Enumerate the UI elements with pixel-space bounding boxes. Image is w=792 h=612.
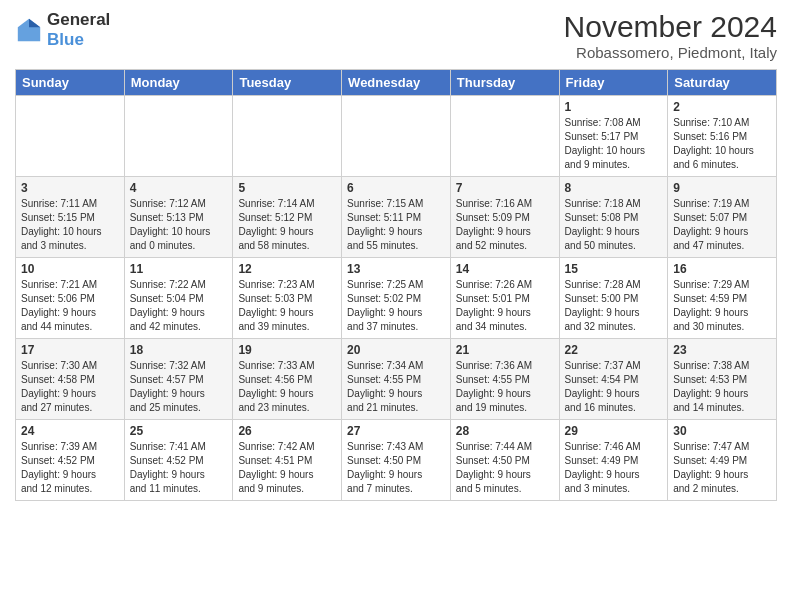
calendar-cell <box>233 96 342 177</box>
day-number: 2 <box>673 100 771 114</box>
week-row-4: 24Sunrise: 7:39 AM Sunset: 4:52 PM Dayli… <box>16 420 777 501</box>
week-row-1: 3Sunrise: 7:11 AM Sunset: 5:15 PM Daylig… <box>16 177 777 258</box>
day-number: 20 <box>347 343 445 357</box>
day-number: 12 <box>238 262 336 276</box>
day-number: 3 <box>21 181 119 195</box>
day-info: Sunrise: 7:33 AM Sunset: 4:56 PM Dayligh… <box>238 359 336 415</box>
day-info: Sunrise: 7:14 AM Sunset: 5:12 PM Dayligh… <box>238 197 336 253</box>
day-info: Sunrise: 7:25 AM Sunset: 5:02 PM Dayligh… <box>347 278 445 334</box>
day-number: 26 <box>238 424 336 438</box>
day-info: Sunrise: 7:22 AM Sunset: 5:04 PM Dayligh… <box>130 278 228 334</box>
column-header-saturday: Saturday <box>668 70 777 96</box>
day-number: 13 <box>347 262 445 276</box>
calendar-cell: 4Sunrise: 7:12 AM Sunset: 5:13 PM Daylig… <box>124 177 233 258</box>
day-number: 28 <box>456 424 554 438</box>
header: General Blue November 2024 Robassomero, … <box>15 10 777 61</box>
calendar-cell: 10Sunrise: 7:21 AM Sunset: 5:06 PM Dayli… <box>16 258 125 339</box>
column-header-friday: Friday <box>559 70 668 96</box>
week-row-3: 17Sunrise: 7:30 AM Sunset: 4:58 PM Dayli… <box>16 339 777 420</box>
day-number: 19 <box>238 343 336 357</box>
day-number: 27 <box>347 424 445 438</box>
day-info: Sunrise: 7:39 AM Sunset: 4:52 PM Dayligh… <box>21 440 119 496</box>
week-row-0: 1Sunrise: 7:08 AM Sunset: 5:17 PM Daylig… <box>16 96 777 177</box>
day-info: Sunrise: 7:46 AM Sunset: 4:49 PM Dayligh… <box>565 440 663 496</box>
day-number: 21 <box>456 343 554 357</box>
calendar-cell: 13Sunrise: 7:25 AM Sunset: 5:02 PM Dayli… <box>342 258 451 339</box>
day-number: 8 <box>565 181 663 195</box>
calendar-cell <box>342 96 451 177</box>
day-number: 1 <box>565 100 663 114</box>
page: General Blue November 2024 Robassomero, … <box>0 0 792 612</box>
day-info: Sunrise: 7:11 AM Sunset: 5:15 PM Dayligh… <box>21 197 119 253</box>
calendar-cell: 22Sunrise: 7:37 AM Sunset: 4:54 PM Dayli… <box>559 339 668 420</box>
day-number: 24 <box>21 424 119 438</box>
day-number: 16 <box>673 262 771 276</box>
calendar-cell: 19Sunrise: 7:33 AM Sunset: 4:56 PM Dayli… <box>233 339 342 420</box>
calendar-cell: 29Sunrise: 7:46 AM Sunset: 4:49 PM Dayli… <box>559 420 668 501</box>
day-info: Sunrise: 7:37 AM Sunset: 4:54 PM Dayligh… <box>565 359 663 415</box>
calendar-cell: 16Sunrise: 7:29 AM Sunset: 4:59 PM Dayli… <box>668 258 777 339</box>
day-info: Sunrise: 7:44 AM Sunset: 4:50 PM Dayligh… <box>456 440 554 496</box>
day-number: 7 <box>456 181 554 195</box>
calendar-cell: 20Sunrise: 7:34 AM Sunset: 4:55 PM Dayli… <box>342 339 451 420</box>
day-info: Sunrise: 7:29 AM Sunset: 4:59 PM Dayligh… <box>673 278 771 334</box>
column-header-thursday: Thursday <box>450 70 559 96</box>
calendar-cell: 2Sunrise: 7:10 AM Sunset: 5:16 PM Daylig… <box>668 96 777 177</box>
calendar-cell: 28Sunrise: 7:44 AM Sunset: 4:50 PM Dayli… <box>450 420 559 501</box>
day-number: 17 <box>21 343 119 357</box>
logo-icon <box>15 16 43 44</box>
calendar-cell: 24Sunrise: 7:39 AM Sunset: 4:52 PM Dayli… <box>16 420 125 501</box>
day-info: Sunrise: 7:19 AM Sunset: 5:07 PM Dayligh… <box>673 197 771 253</box>
day-number: 25 <box>130 424 228 438</box>
logo: General Blue <box>15 10 110 51</box>
day-number: 15 <box>565 262 663 276</box>
calendar-cell: 9Sunrise: 7:19 AM Sunset: 5:07 PM Daylig… <box>668 177 777 258</box>
day-info: Sunrise: 7:42 AM Sunset: 4:51 PM Dayligh… <box>238 440 336 496</box>
day-info: Sunrise: 7:43 AM Sunset: 4:50 PM Dayligh… <box>347 440 445 496</box>
day-info: Sunrise: 7:30 AM Sunset: 4:58 PM Dayligh… <box>21 359 119 415</box>
calendar-cell: 26Sunrise: 7:42 AM Sunset: 4:51 PM Dayli… <box>233 420 342 501</box>
day-number: 11 <box>130 262 228 276</box>
day-info: Sunrise: 7:15 AM Sunset: 5:11 PM Dayligh… <box>347 197 445 253</box>
calendar-cell: 7Sunrise: 7:16 AM Sunset: 5:09 PM Daylig… <box>450 177 559 258</box>
calendar-cell: 5Sunrise: 7:14 AM Sunset: 5:12 PM Daylig… <box>233 177 342 258</box>
day-info: Sunrise: 7:47 AM Sunset: 4:49 PM Dayligh… <box>673 440 771 496</box>
calendar-cell: 30Sunrise: 7:47 AM Sunset: 4:49 PM Dayli… <box>668 420 777 501</box>
day-info: Sunrise: 7:08 AM Sunset: 5:17 PM Dayligh… <box>565 116 663 172</box>
day-info: Sunrise: 7:23 AM Sunset: 5:03 PM Dayligh… <box>238 278 336 334</box>
day-number: 29 <box>565 424 663 438</box>
column-header-tuesday: Tuesday <box>233 70 342 96</box>
calendar-cell: 1Sunrise: 7:08 AM Sunset: 5:17 PM Daylig… <box>559 96 668 177</box>
calendar-cell <box>16 96 125 177</box>
calendar-cell: 8Sunrise: 7:18 AM Sunset: 5:08 PM Daylig… <box>559 177 668 258</box>
calendar-cell: 17Sunrise: 7:30 AM Sunset: 4:58 PM Dayli… <box>16 339 125 420</box>
calendar-cell: 3Sunrise: 7:11 AM Sunset: 5:15 PM Daylig… <box>16 177 125 258</box>
calendar-cell: 14Sunrise: 7:26 AM Sunset: 5:01 PM Dayli… <box>450 258 559 339</box>
calendar-cell: 15Sunrise: 7:28 AM Sunset: 5:00 PM Dayli… <box>559 258 668 339</box>
day-info: Sunrise: 7:10 AM Sunset: 5:16 PM Dayligh… <box>673 116 771 172</box>
day-info: Sunrise: 7:36 AM Sunset: 4:55 PM Dayligh… <box>456 359 554 415</box>
day-number: 22 <box>565 343 663 357</box>
calendar-cell: 18Sunrise: 7:32 AM Sunset: 4:57 PM Dayli… <box>124 339 233 420</box>
day-info: Sunrise: 7:28 AM Sunset: 5:00 PM Dayligh… <box>565 278 663 334</box>
calendar-cell <box>124 96 233 177</box>
column-header-sunday: Sunday <box>16 70 125 96</box>
day-number: 10 <box>21 262 119 276</box>
day-info: Sunrise: 7:41 AM Sunset: 4:52 PM Dayligh… <box>130 440 228 496</box>
calendar-cell: 25Sunrise: 7:41 AM Sunset: 4:52 PM Dayli… <box>124 420 233 501</box>
day-info: Sunrise: 7:34 AM Sunset: 4:55 PM Dayligh… <box>347 359 445 415</box>
column-header-wednesday: Wednesday <box>342 70 451 96</box>
calendar-cell: 12Sunrise: 7:23 AM Sunset: 5:03 PM Dayli… <box>233 258 342 339</box>
logo-text: General Blue <box>47 10 110 51</box>
month-title: November 2024 <box>564 10 777 44</box>
day-number: 30 <box>673 424 771 438</box>
day-info: Sunrise: 7:16 AM Sunset: 5:09 PM Dayligh… <box>456 197 554 253</box>
column-header-monday: Monday <box>124 70 233 96</box>
svg-marker-1 <box>29 19 40 27</box>
calendar-cell: 11Sunrise: 7:22 AM Sunset: 5:04 PM Dayli… <box>124 258 233 339</box>
logo-blue: Blue <box>47 30 110 50</box>
title-area: November 2024 Robassomero, Piedmont, Ita… <box>564 10 777 61</box>
header-row: SundayMondayTuesdayWednesdayThursdayFrid… <box>16 70 777 96</box>
day-number: 18 <box>130 343 228 357</box>
day-info: Sunrise: 7:12 AM Sunset: 5:13 PM Dayligh… <box>130 197 228 253</box>
